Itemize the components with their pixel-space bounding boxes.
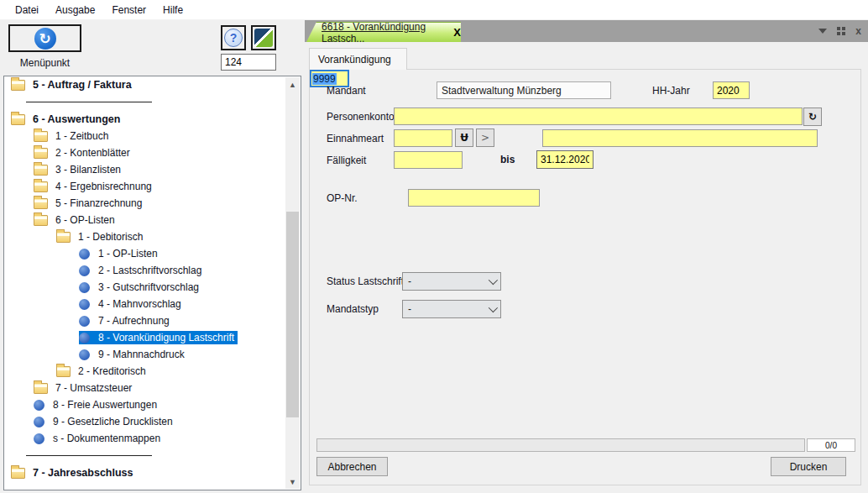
window-controls: x <box>818 20 861 42</box>
bullet-icon <box>79 282 90 293</box>
mandatstyp-label: Mandatstyp <box>327 303 379 315</box>
greater-than-icon: > <box>481 132 489 144</box>
bullet-icon <box>34 400 44 411</box>
folder-icon <box>11 80 25 91</box>
menupunkt-button[interactable]: ↻ <box>8 24 81 52</box>
tree-item[interactable]: 6 - OP-Listen <box>4 212 301 228</box>
status-lastschrift-value: - <box>408 275 411 287</box>
tree-separator <box>4 447 301 464</box>
folder-icon <box>34 383 48 394</box>
einnahmeart-input[interactable] <box>394 129 452 147</box>
status-lastschrift-select[interactable]: - <box>402 272 501 291</box>
faelligkeit-von-input[interactable] <box>394 151 463 169</box>
bullet-icon <box>79 333 90 344</box>
tree-item[interactable]: 5 - Auftrag / Faktura <box>4 76 301 93</box>
tree-item[interactable]: 2 - Kreditorisch <box>4 363 301 380</box>
einnahmeart-link-button[interactable]: Ʉ <box>455 128 473 147</box>
scroll-up-icon[interactable]: ▲ <box>285 77 300 92</box>
app-window: Datei Ausgabe Fenster Hilfe ↻ Menüpunkt … <box>0 0 868 493</box>
tile-windows-icon[interactable] <box>837 27 845 35</box>
tree-item-label: 8 - Vorankündigung Lastschrift <box>95 331 238 344</box>
tree-item[interactable]: 2 - Kontenblätter <box>4 144 301 161</box>
tree-item[interactable]: 1 - Debitorisch <box>4 228 301 245</box>
tree-item-label: 9 - Gesetzliche Drucklisten <box>50 415 176 428</box>
tree-item-label: 5 - Auftrag / Faktura <box>29 78 135 92</box>
mandatstyp-value: - <box>408 303 411 315</box>
personenkonto-select-button[interactable]: ↻ <box>803 108 822 126</box>
personenkonto-input[interactable] <box>394 108 803 125</box>
tree-item[interactable]: 7 - Aufrechnung <box>4 312 301 329</box>
scrollbar-thumb[interactable] <box>286 212 299 417</box>
document-tab-strip: 6618 - Vorankündigung Lastsch... X x <box>305 20 868 42</box>
tab-vorankuendigung-lastschrift[interactable]: 6618 - Vorankündigung Lastsch... X <box>306 22 461 42</box>
menu-bar: Datei Ausgabe Fenster Hilfe <box>0 0 868 20</box>
tree-item-label: 4 - Mahnvorschlag <box>95 297 185 311</box>
menu-ausgabe[interactable]: Ausgabe <box>47 1 103 19</box>
tree-item[interactable]: 9 - Mahnnachdruck <box>4 346 301 363</box>
tree-item[interactable]: 3 - Gutschriftvorschlag <box>4 279 301 296</box>
tree-item[interactable]: s - Dokumentenmappen <box>4 430 301 447</box>
tree-item-label: 2 - Lastschriftvorschlag <box>95 264 205 277</box>
mandant-name: Stadtverwaltung Münzberg <box>442 85 562 97</box>
print-button[interactable]: Drucken <box>771 457 846 476</box>
bullet-icon <box>34 433 44 444</box>
tree-item[interactable]: 9 - Gesetzliche Drucklisten <box>4 413 301 430</box>
navigation-tree: 5 - Auftrag / Faktura6 - Auswertungen1 -… <box>3 76 301 490</box>
menu-datei[interactable]: Datei <box>7 1 47 19</box>
einnahmeart-text-input[interactable] <box>542 129 818 147</box>
tree-item[interactable]: 2 - Lastschriftvorschlag <box>4 262 301 279</box>
tree-item-label: s - Dokumentenmappen <box>50 432 164 445</box>
folder-icon <box>34 181 48 192</box>
tab-close-icon[interactable]: X <box>453 26 461 39</box>
folder-icon <box>34 198 48 209</box>
tree-item[interactable]: 4 - Mahnvorschlag <box>4 296 301 312</box>
app-logo-icon <box>254 29 273 47</box>
tree-scrollbar[interactable]: ▲ ▼ <box>285 77 300 489</box>
menu-fenster[interactable]: Fenster <box>103 1 154 19</box>
progress-counter: 0/0 <box>807 438 855 452</box>
chevron-down-icon[interactable] <box>818 29 827 34</box>
tab-vorankuendigung[interactable]: Vorankündigung <box>309 48 407 70</box>
tree-item-label: 6 - OP-Listen <box>52 213 118 227</box>
faelligkeit-bis-input[interactable] <box>536 150 593 169</box>
menu-number-input[interactable] <box>221 54 276 71</box>
help-button[interactable]: ? <box>221 25 246 50</box>
bullet-icon <box>79 299 90 310</box>
logo-button[interactable] <box>251 25 276 50</box>
tree-item[interactable]: 5 - Finanzrechnung <box>4 195 301 212</box>
folder-icon <box>56 366 71 377</box>
folder-icon <box>11 468 25 479</box>
tree-item-label: 3 - Gutschriftvorschlag <box>95 281 202 294</box>
scroll-down-icon[interactable]: ▼ <box>285 475 300 489</box>
tree-item[interactable]: 3 - Bilanzlisten <box>4 161 301 178</box>
bullet-icon <box>79 249 90 260</box>
u-bar-icon: Ʉ <box>460 132 468 144</box>
tree-item[interactable]: 6 - Auswertungen <box>4 111 301 128</box>
tree-item-label: 7 - Aufrechnung <box>95 314 173 328</box>
tree-item[interactable]: 7 - Jahresabschluss <box>4 464 301 481</box>
tree-item[interactable]: 7 - Umsatzsteuer <box>4 380 301 396</box>
tree-item-label: 9 - Mahnnachdruck <box>95 348 188 361</box>
tree-item[interactable]: 1 - Zeitbuch <box>4 128 301 144</box>
tree-item-label: 1 - Zeitbuch <box>52 129 112 143</box>
tree-item[interactable]: 8 - Freie Auswertungen <box>4 396 301 413</box>
tree-item-label: 3 - Bilanzlisten <box>52 163 124 176</box>
hh-jahr-label: HH-Jahr <box>652 85 690 97</box>
tree-item-label: 8 - Freie Auswertungen <box>50 398 160 412</box>
folder-icon <box>34 215 48 226</box>
einnahmeart-expand-button[interactable]: > <box>476 128 494 147</box>
refresh-icon: ↻ <box>34 28 56 50</box>
tree-item[interactable]: 8 - Vorankündigung Lastschrift <box>4 329 301 346</box>
close-pane-icon[interactable]: x <box>855 25 861 37</box>
tab-title[interactable]: 6618 - Vorankündigung Lastsch... <box>322 21 451 45</box>
op-nr-input[interactable] <box>408 189 540 207</box>
menu-hilfe[interactable]: Hilfe <box>154 1 191 19</box>
mandant-value: 9999 <box>312 73 337 85</box>
cancel-button[interactable]: Abbrechen <box>316 457 388 476</box>
form-pane: Mandant 9999 Stadtverwaltung Münzberg HH… <box>309 69 861 485</box>
hh-jahr-input[interactable] <box>713 81 750 99</box>
tree-item[interactable]: 4 - Ergebnisrechnung <box>4 178 301 195</box>
bullet-icon <box>79 265 90 276</box>
tree-item[interactable]: 1 - OP-Listen <box>4 245 301 262</box>
mandatstyp-select[interactable]: - <box>402 300 501 318</box>
